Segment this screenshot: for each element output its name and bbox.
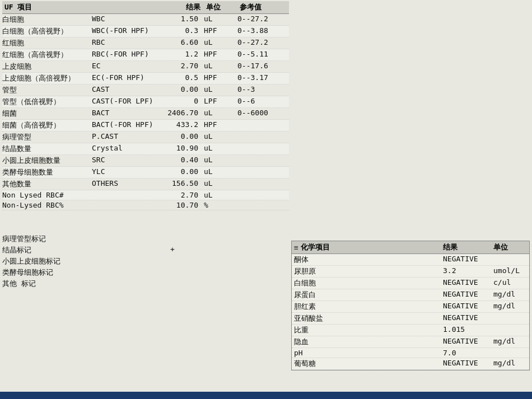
uf-result: 0.00 [153,132,204,142]
marker-label: 类酵母细胞标记 [2,267,103,278]
chem-unit-value: umol/L [493,266,527,276]
uf-ref: 0--5.11 [237,50,282,60]
chem-title: 化学项目 [301,242,330,252]
uf-ref: 0--6 [237,97,282,107]
uf-item-col-header: UF 项目 [4,2,94,12]
chem-item-name: 比重 [294,325,443,335]
uf-table-row: 小圆上皮细胞数量 SRC 0.40 uL [2,155,289,167]
uf-unit: LPF [204,97,237,107]
chem-result-value: 1.015 [443,325,493,335]
chem-result-value: NEGATIVE [443,302,493,312]
uf-ref [237,132,282,142]
uf-ref: 0--27.2 [237,38,282,48]
uf-unit: uL [204,144,237,154]
uf-ref [237,144,282,154]
uf-unit: uL [204,85,237,95]
uf-chinese-name: 红细胞 [2,38,92,48]
uf-unit: uL [204,38,237,48]
marker-label: 其他 标记 [2,279,103,289]
marker-value [103,279,170,289]
uf-unit: HPF [204,26,237,36]
uf-table-row: 类酵母细胞数量 YLC 0.00 uL [2,167,289,179]
marker-row: 结晶标记 + [2,245,289,256]
uf-code: EC(-FOR HPF) [92,73,153,83]
marker-value [103,256,170,266]
uf-table-row: 结晶数量 Crystal 10.90 uL [2,143,289,155]
chem-table-row: 比重 1.015 [292,325,529,336]
chem-unit-value [493,313,527,323]
chem-item-name: 尿蛋白 [294,290,443,300]
chem-unit-value [493,325,527,335]
uf-table-row: 病理管型 P.CAST 0.00 uL [2,132,289,143]
chem-item-name: 白细胞 [294,278,443,288]
uf-table-row: 红细胞（高倍视野） RBC(-FOR HPF) 1.2 HPF 0--5.11 [2,49,289,61]
chem-item-name: 尿胆原 [294,266,443,276]
uf-code [92,191,153,199]
chem-item-name: 葡萄糖 [294,359,443,369]
uf-table-row: 其他数量 OTHERS 156.50 uL [2,179,289,190]
chem-table-row: 酮体 NEGATIVE [292,254,529,266]
chem-result-value: NEGATIVE [443,313,493,323]
uf-result: 2.70 [153,191,204,199]
uf-chinese-name: Non-Lysed RBC% [2,201,92,209]
chem-table-row: 白细胞 NEGATIVE c/ul [292,278,529,289]
uf-code: BACT [92,109,153,119]
uf-result: 0.00 [153,85,204,95]
uf-ref: 0--27.2 [237,15,282,25]
uf-result: 0 [153,97,204,107]
uf-unit: uL [204,62,237,72]
marker-rows: 病理管型标记 结晶标记 + 小圆上皮细胞标记 类酵母细胞标记 其他 标记 [2,233,289,289]
uf-chinese-name: 细菌（高倍视野） [2,120,92,130]
uf-result-col-header: 结果 [156,2,206,12]
chem-unit-value: c/ul [493,278,527,288]
chem-unit-value [493,255,527,265]
uf-chinese-name: 管型（低倍视野） [2,97,92,107]
uf-chinese-name: 上皮细胞 [2,62,92,72]
uf-ref-col-header: 参考值 [240,2,284,12]
chem-result-value: NEGATIVE [443,278,493,288]
uf-code: SRC [92,156,153,166]
uf-ref [237,167,282,177]
uf-chinese-name: Non Lysed RBC# [2,191,92,199]
marker-label: 小圆上皮细胞标记 [2,256,103,266]
uf-unit: uL [204,191,237,199]
chem-unit-header: 单位 [493,242,527,252]
uf-table: UF 项目 结果 单位 参考值 白细胞 WBC 1.50 uL 0--27.2 … [0,0,291,212]
uf-code [92,201,153,209]
uf-table-row: 细菌（高倍视野） BACT(-FOR HPF) 433.2 HPF [2,120,289,132]
uf-code: BACT(-FOR HPF) [92,120,153,130]
uf-unit: uL [204,156,237,166]
chem-unit-value: mg/dl [493,359,527,369]
uf-ref [237,179,282,189]
marker-row: 类酵母细胞标记 [2,267,289,278]
uf-code: RBC(-FOR HPF) [92,50,153,60]
chem-unit-value: mg/dl [493,302,527,312]
uf-chinese-name: 细菌 [2,109,92,119]
chem-item-name: pH [294,349,443,357]
marker-value [103,234,170,244]
uf-unit: uL [204,167,237,177]
uf-ref: 0--3 [237,85,282,95]
uf-result: 1.2 [153,50,204,60]
uf-code: OTHERS [92,179,153,189]
uf-chinese-name: 红细胞（高倍视野） [2,50,92,60]
chem-result-value: NEGATIVE [443,337,493,347]
chem-item-name: 隐血 [294,337,443,347]
uf-rows: 白细胞 WBC 1.50 uL 0--27.2 白细胞（高倍视野） WBC(-F… [2,14,289,210]
uf-chinese-name: 上皮细胞（高倍视野） [2,73,92,83]
uf-result: 156.50 [153,179,204,189]
uf-code: CAST(-FOR LPF) [92,97,153,107]
uf-result: 2.70 [153,62,204,72]
uf-table-row: 白细胞（高倍视野） WBC(-FOR HPF) 0.3 HPF 0--3.88 [2,26,289,37]
uf-unit: HPF [204,73,237,83]
uf-ref: 0--17.6 [237,62,282,72]
uf-chinese-name: 小圆上皮细胞数量 [2,156,92,166]
marker-label: 结晶标记 [2,245,103,255]
uf-result: 0.5 [153,73,204,83]
uf-result: 10.70 [153,201,204,209]
uf-table-row: 细菌 BACT 2406.70 uL 0--6000 [2,108,289,120]
chem-table-row: 尿胆原 3.2 umol/L [292,266,529,278]
chem-table-row: pH 7.0 [292,348,529,358]
marker-section: 病理管型标记 结晶标记 + 小圆上皮细胞标记 类酵母细胞标记 其他 标记 [0,232,291,290]
uf-code: CAST [92,85,153,95]
